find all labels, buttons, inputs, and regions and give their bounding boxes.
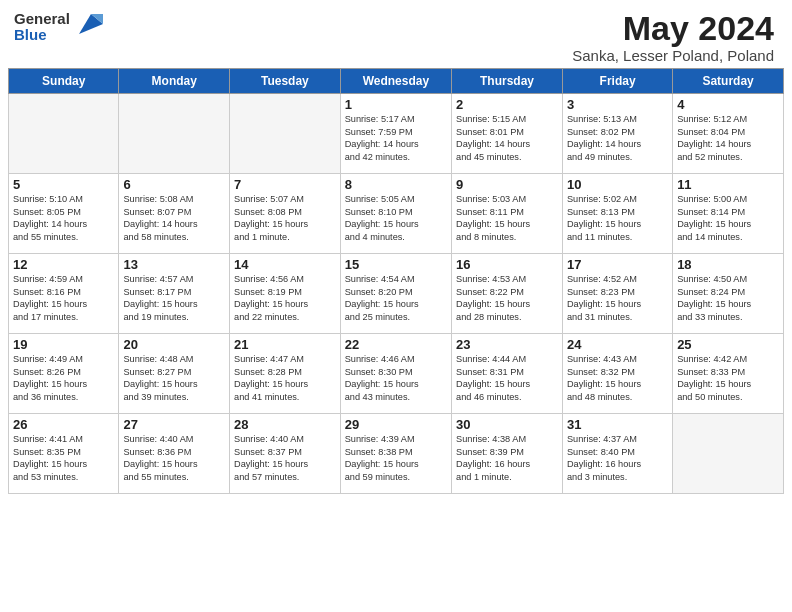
day-number: 13	[123, 257, 225, 272]
calendar-day-cell: 20Sunrise: 4:48 AMSunset: 8:27 PMDayligh…	[119, 334, 230, 414]
day-number: 30	[456, 417, 558, 432]
calendar-day-cell: 18Sunrise: 4:50 AMSunset: 8:24 PMDayligh…	[673, 254, 784, 334]
day-info: Sunrise: 4:44 AMSunset: 8:31 PMDaylight:…	[456, 353, 558, 403]
calendar-day-header: Wednesday	[340, 69, 451, 94]
calendar-day-cell: 5Sunrise: 5:10 AMSunset: 8:05 PMDaylight…	[9, 174, 119, 254]
calendar-day-cell	[230, 94, 341, 174]
day-number: 14	[234, 257, 336, 272]
day-info: Sunrise: 5:17 AMSunset: 7:59 PMDaylight:…	[345, 113, 447, 163]
day-info: Sunrise: 4:57 AMSunset: 8:17 PMDaylight:…	[123, 273, 225, 323]
day-info: Sunrise: 4:56 AMSunset: 8:19 PMDaylight:…	[234, 273, 336, 323]
day-info: Sunrise: 5:05 AMSunset: 8:10 PMDaylight:…	[345, 193, 447, 243]
calendar-day-header: Sunday	[9, 69, 119, 94]
day-number: 24	[567, 337, 668, 352]
calendar-day-header: Thursday	[452, 69, 563, 94]
day-number: 23	[456, 337, 558, 352]
day-info: Sunrise: 5:02 AMSunset: 8:13 PMDaylight:…	[567, 193, 668, 243]
day-info: Sunrise: 4:53 AMSunset: 8:22 PMDaylight:…	[456, 273, 558, 323]
day-number: 6	[123, 177, 225, 192]
day-number: 12	[13, 257, 114, 272]
calendar-day-cell: 1Sunrise: 5:17 AMSunset: 7:59 PMDaylight…	[340, 94, 451, 174]
calendar-day-header: Monday	[119, 69, 230, 94]
day-number: 11	[677, 177, 779, 192]
calendar-day-cell: 16Sunrise: 4:53 AMSunset: 8:22 PMDayligh…	[452, 254, 563, 334]
calendar-day-cell: 24Sunrise: 4:43 AMSunset: 8:32 PMDayligh…	[562, 334, 672, 414]
day-number: 21	[234, 337, 336, 352]
calendar-day-cell: 15Sunrise: 4:54 AMSunset: 8:20 PMDayligh…	[340, 254, 451, 334]
day-info: Sunrise: 4:50 AMSunset: 8:24 PMDaylight:…	[677, 273, 779, 323]
day-info: Sunrise: 4:59 AMSunset: 8:16 PMDaylight:…	[13, 273, 114, 323]
day-number: 19	[13, 337, 114, 352]
calendar-day-cell: 26Sunrise: 4:41 AMSunset: 8:35 PMDayligh…	[9, 414, 119, 494]
calendar-day-cell: 28Sunrise: 4:40 AMSunset: 8:37 PMDayligh…	[230, 414, 341, 494]
day-number: 3	[567, 97, 668, 112]
day-info: Sunrise: 4:46 AMSunset: 8:30 PMDaylight:…	[345, 353, 447, 403]
day-info: Sunrise: 4:48 AMSunset: 8:27 PMDaylight:…	[123, 353, 225, 403]
day-info: Sunrise: 4:39 AMSunset: 8:38 PMDaylight:…	[345, 433, 447, 483]
day-info: Sunrise: 5:00 AMSunset: 8:14 PMDaylight:…	[677, 193, 779, 243]
day-info: Sunrise: 5:15 AMSunset: 8:01 PMDaylight:…	[456, 113, 558, 163]
calendar-day-cell: 30Sunrise: 4:38 AMSunset: 8:39 PMDayligh…	[452, 414, 563, 494]
calendar-day-cell: 31Sunrise: 4:37 AMSunset: 8:40 PMDayligh…	[562, 414, 672, 494]
calendar-day-cell: 4Sunrise: 5:12 AMSunset: 8:04 PMDaylight…	[673, 94, 784, 174]
day-number: 10	[567, 177, 668, 192]
day-info: Sunrise: 4:38 AMSunset: 8:39 PMDaylight:…	[456, 433, 558, 483]
calendar-header-row: SundayMondayTuesdayWednesdayThursdayFrid…	[9, 69, 784, 94]
calendar-day-cell: 23Sunrise: 4:44 AMSunset: 8:31 PMDayligh…	[452, 334, 563, 414]
day-number: 8	[345, 177, 447, 192]
logo-general: General	[14, 11, 70, 28]
day-number: 2	[456, 97, 558, 112]
day-info: Sunrise: 5:03 AMSunset: 8:11 PMDaylight:…	[456, 193, 558, 243]
day-number: 9	[456, 177, 558, 192]
logo-blue: Blue	[14, 27, 70, 44]
day-number: 17	[567, 257, 668, 272]
calendar-table: SundayMondayTuesdayWednesdayThursdayFrid…	[8, 68, 784, 494]
main-title: May 2024	[572, 10, 774, 47]
logo-text: General Blue	[14, 11, 70, 44]
calendar-day-cell: 21Sunrise: 4:47 AMSunset: 8:28 PMDayligh…	[230, 334, 341, 414]
day-info: Sunrise: 5:10 AMSunset: 8:05 PMDaylight:…	[13, 193, 114, 243]
day-number: 7	[234, 177, 336, 192]
day-info: Sunrise: 4:40 AMSunset: 8:36 PMDaylight:…	[123, 433, 225, 483]
day-info: Sunrise: 5:07 AMSunset: 8:08 PMDaylight:…	[234, 193, 336, 243]
day-info: Sunrise: 4:43 AMSunset: 8:32 PMDaylight:…	[567, 353, 668, 403]
calendar-day-cell: 25Sunrise: 4:42 AMSunset: 8:33 PMDayligh…	[673, 334, 784, 414]
calendar-week-row: 19Sunrise: 4:49 AMSunset: 8:26 PMDayligh…	[9, 334, 784, 414]
calendar-day-cell: 19Sunrise: 4:49 AMSunset: 8:26 PMDayligh…	[9, 334, 119, 414]
day-number: 18	[677, 257, 779, 272]
calendar-day-cell: 27Sunrise: 4:40 AMSunset: 8:36 PMDayligh…	[119, 414, 230, 494]
calendar-week-row: 26Sunrise: 4:41 AMSunset: 8:35 PMDayligh…	[9, 414, 784, 494]
calendar-day-cell: 2Sunrise: 5:15 AMSunset: 8:01 PMDaylight…	[452, 94, 563, 174]
sub-title: Sanka, Lesser Poland, Poland	[572, 47, 774, 64]
day-info: Sunrise: 4:40 AMSunset: 8:37 PMDaylight:…	[234, 433, 336, 483]
calendar-week-row: 12Sunrise: 4:59 AMSunset: 8:16 PMDayligh…	[9, 254, 784, 334]
calendar-day-cell	[119, 94, 230, 174]
calendar-day-cell: 12Sunrise: 4:59 AMSunset: 8:16 PMDayligh…	[9, 254, 119, 334]
calendar-day-cell: 6Sunrise: 5:08 AMSunset: 8:07 PMDaylight…	[119, 174, 230, 254]
calendar-day-cell: 8Sunrise: 5:05 AMSunset: 8:10 PMDaylight…	[340, 174, 451, 254]
calendar-day-cell: 17Sunrise: 4:52 AMSunset: 8:23 PMDayligh…	[562, 254, 672, 334]
day-number: 25	[677, 337, 779, 352]
calendar-week-row: 1Sunrise: 5:17 AMSunset: 7:59 PMDaylight…	[9, 94, 784, 174]
calendar-day-cell	[9, 94, 119, 174]
calendar-week-row: 5Sunrise: 5:10 AMSunset: 8:05 PMDaylight…	[9, 174, 784, 254]
calendar-day-header: Saturday	[673, 69, 784, 94]
calendar-day-cell: 7Sunrise: 5:07 AMSunset: 8:08 PMDaylight…	[230, 174, 341, 254]
calendar-day-cell: 10Sunrise: 5:02 AMSunset: 8:13 PMDayligh…	[562, 174, 672, 254]
calendar-wrapper: SundayMondayTuesdayWednesdayThursdayFrid…	[0, 68, 792, 498]
day-info: Sunrise: 5:13 AMSunset: 8:02 PMDaylight:…	[567, 113, 668, 163]
day-number: 22	[345, 337, 447, 352]
title-block: May 2024 Sanka, Lesser Poland, Poland	[572, 10, 774, 64]
day-info: Sunrise: 4:52 AMSunset: 8:23 PMDaylight:…	[567, 273, 668, 323]
day-info: Sunrise: 4:42 AMSunset: 8:33 PMDaylight:…	[677, 353, 779, 403]
calendar-day-header: Friday	[562, 69, 672, 94]
day-info: Sunrise: 5:12 AMSunset: 8:04 PMDaylight:…	[677, 113, 779, 163]
day-info: Sunrise: 4:37 AMSunset: 8:40 PMDaylight:…	[567, 433, 668, 483]
day-number: 15	[345, 257, 447, 272]
day-info: Sunrise: 4:41 AMSunset: 8:35 PMDaylight:…	[13, 433, 114, 483]
day-number: 20	[123, 337, 225, 352]
day-number: 29	[345, 417, 447, 432]
day-number: 16	[456, 257, 558, 272]
logo-icon	[73, 10, 103, 44]
day-info: Sunrise: 4:47 AMSunset: 8:28 PMDaylight:…	[234, 353, 336, 403]
